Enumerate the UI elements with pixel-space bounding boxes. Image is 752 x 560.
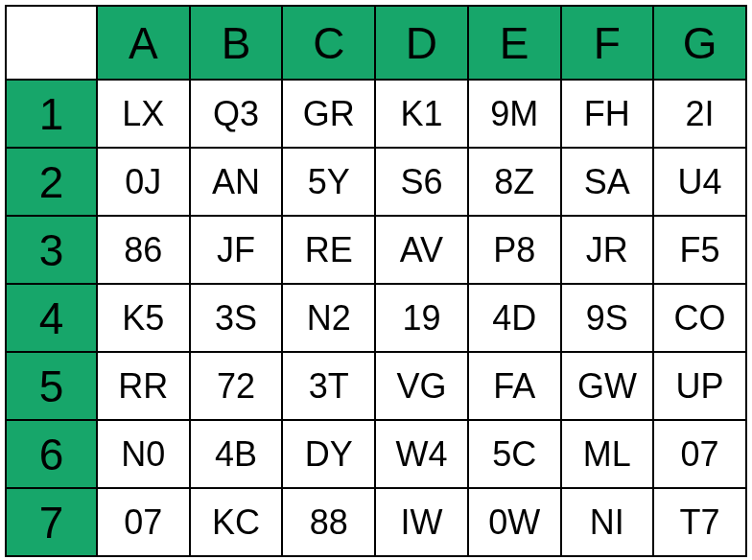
col-header-A: A: [97, 6, 190, 80]
cell-B7: KC: [190, 488, 283, 556]
cell-D3: AV: [375, 216, 468, 284]
row-header-3: 3: [6, 216, 97, 284]
table-row: 1 LX Q3 GR K1 9M FH 2I: [6, 80, 746, 148]
row-header-6: 6: [6, 420, 97, 488]
cell-E4: 4D: [468, 284, 561, 352]
row-header-1: 1: [6, 80, 97, 148]
table-row: 2 0J AN 5Y S6 8Z SA U4: [6, 148, 746, 216]
row-header-7: 7: [6, 488, 97, 556]
cell-A7: 07: [97, 488, 190, 556]
cell-G6: 07: [653, 420, 746, 488]
row-header-4: 4: [6, 284, 97, 352]
cell-A2: 0J: [97, 148, 190, 216]
col-header-F: F: [561, 6, 654, 80]
table-row: 3 86 JF RE AV P8 JR F5: [6, 216, 746, 284]
cell-A1: LX: [97, 80, 190, 148]
cell-G5: UP: [653, 352, 746, 420]
cell-E1: 9M: [468, 80, 561, 148]
cell-E6: 5C: [468, 420, 561, 488]
table-row: 5 RR 72 3T VG FA GW UP: [6, 352, 746, 420]
cell-G7: T7: [653, 488, 746, 556]
cell-F6: ML: [561, 420, 654, 488]
cell-C5: 3T: [282, 352, 375, 420]
cell-C1: GR: [282, 80, 375, 148]
cell-D6: W4: [375, 420, 468, 488]
table-row: 6 N0 4B DY W4 5C ML 07: [6, 420, 746, 488]
cell-B2: AN: [190, 148, 283, 216]
table-row: 4 K5 3S N2 19 4D 9S CO: [6, 284, 746, 352]
cell-G1: 2I: [653, 80, 746, 148]
cell-A6: N0: [97, 420, 190, 488]
col-header-G: G: [653, 6, 746, 80]
cell-F7: NI: [561, 488, 654, 556]
cell-G2: U4: [653, 148, 746, 216]
cell-D5: VG: [375, 352, 468, 420]
corner-cell: [6, 6, 97, 80]
cell-E5: FA: [468, 352, 561, 420]
cell-E2: 8Z: [468, 148, 561, 216]
cell-E7: 0W: [468, 488, 561, 556]
cell-E3: P8: [468, 216, 561, 284]
cell-F3: JR: [561, 216, 654, 284]
grid-table: A B C D E F G 1 LX Q3 GR K1 9M FH 2I 2 0…: [5, 5, 747, 557]
row-header-5: 5: [6, 352, 97, 420]
cell-B5: 72: [190, 352, 283, 420]
cell-B4: 3S: [190, 284, 283, 352]
cell-D7: IW: [375, 488, 468, 556]
cell-C7: 88: [282, 488, 375, 556]
row-header-2: 2: [6, 148, 97, 216]
table-row: 7 07 KC 88 IW 0W NI T7: [6, 488, 746, 556]
cell-F1: FH: [561, 80, 654, 148]
cell-D4: 19: [375, 284, 468, 352]
cell-A4: K5: [97, 284, 190, 352]
cell-G3: F5: [653, 216, 746, 284]
cell-B1: Q3: [190, 80, 283, 148]
cell-C3: RE: [282, 216, 375, 284]
cell-D2: S6: [375, 148, 468, 216]
cell-B6: 4B: [190, 420, 283, 488]
cell-D1: K1: [375, 80, 468, 148]
cell-C4: N2: [282, 284, 375, 352]
cell-C2: 5Y: [282, 148, 375, 216]
cell-C6: DY: [282, 420, 375, 488]
col-header-D: D: [375, 6, 468, 80]
col-header-E: E: [468, 6, 561, 80]
cell-F4: 9S: [561, 284, 654, 352]
cell-F5: GW: [561, 352, 654, 420]
cell-B3: JF: [190, 216, 283, 284]
col-header-C: C: [282, 6, 375, 80]
col-header-B: B: [190, 6, 283, 80]
cell-A3: 86: [97, 216, 190, 284]
cell-F2: SA: [561, 148, 654, 216]
cell-G4: CO: [653, 284, 746, 352]
cell-A5: RR: [97, 352, 190, 420]
